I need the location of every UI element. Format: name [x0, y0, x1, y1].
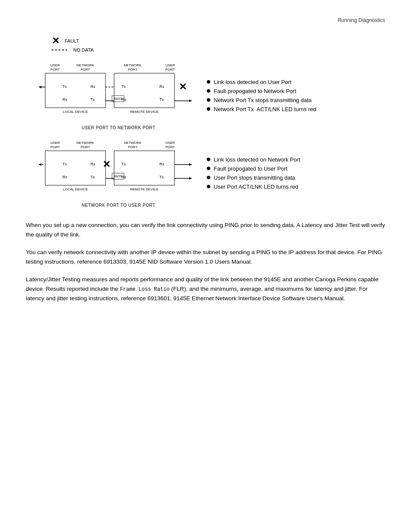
svg-text:REMOTE DEVICE: REMOTE DEVICE: [130, 187, 159, 191]
header-title: Running Diagnostics: [338, 17, 385, 23]
svg-text:Tx: Tx: [159, 97, 164, 102]
svg-text:Tx: Tx: [90, 97, 95, 102]
bullet-item: Fault propogated to User Port: [207, 165, 300, 172]
bullet-item: Link loss detected on Network Port: [207, 156, 300, 163]
svg-text:✕: ✕: [179, 81, 187, 92]
svg-text:Rx: Rx: [121, 97, 126, 102]
svg-text:Tx: Tx: [62, 162, 67, 166]
svg-text:USER: USER: [50, 141, 60, 145]
bullet-item: Network Port Tx stops transmitting data: [207, 97, 316, 103]
bullet-dot: [207, 107, 210, 111]
bullet-dot: [207, 98, 210, 102]
diagram2-section: USER PORT NETWORK PORT NETWORK PORT USER…: [26, 139, 385, 208]
svg-text:RMTF: RMTF: [114, 175, 122, 178]
svg-text:Tx: Tx: [121, 162, 126, 166]
svg-text:Tx: Tx: [121, 84, 126, 89]
bullet-dot: [207, 176, 210, 179]
svg-text:PORT: PORT: [165, 68, 175, 72]
diagram1-caption: USER PORT TO NETWORK PORT: [39, 125, 198, 130]
bullet-dot: [207, 89, 210, 93]
svg-text:Rx: Rx: [159, 84, 164, 89]
diagram1-wrapper: USER PORT NETWORK PORT NETWORK PORT USER…: [39, 61, 198, 130]
svg-rect-9: [114, 73, 174, 108]
svg-text:USER: USER: [50, 63, 60, 67]
svg-text:NETWORK: NETWORK: [124, 141, 142, 145]
svg-marker-21: [39, 86, 41, 88]
diagram1-bullets: Link loss detected on User Port Fault pr…: [207, 79, 316, 112]
bullet-dot: [207, 80, 210, 84]
svg-text:✕: ✕: [103, 159, 110, 170]
svg-text:PORT: PORT: [128, 145, 137, 149]
text-sections: When you set up a new connection, you ca…: [26, 221, 385, 303]
bullet-text: User Port ACT/LNK LED turns red: [214, 184, 299, 190]
legend-nodata: NO DATA: [52, 47, 385, 53]
svg-text:Rx: Rx: [62, 175, 67, 179]
bullet-item: Fault propogated to Network Port: [207, 88, 316, 94]
fault-icon: ✕: [52, 36, 59, 46]
diagram2-caption: NETWORK PORT TO USER PORT: [39, 203, 198, 208]
diagram2-wrapper: USER PORT NETWORK PORT NETWORK PORT USER…: [39, 139, 198, 208]
svg-text:PORT: PORT: [50, 68, 60, 72]
page-title: Running Diagnostics: [26, 17, 385, 23]
svg-marker-50: [39, 163, 41, 166]
svg-text:Tx: Tx: [62, 84, 67, 89]
nodata-label: NO DATA: [73, 47, 93, 53]
latency-detail-paragraph: Latency/Jitter Testing measures and repo…: [26, 275, 385, 303]
svg-text:RMTF: RMTF: [114, 97, 122, 100]
bullet-item: User Port stops transmitting data: [207, 174, 300, 181]
svg-marker-24: [189, 100, 192, 102]
bullet-text: Network Port Tx stops transmitting data: [214, 97, 311, 103]
svg-text:Rx: Rx: [159, 162, 164, 166]
fault-label: FAULT: [65, 38, 79, 44]
bullet-text: Fault propogated to User Port: [214, 165, 287, 172]
bullet-text: Link loss detected on User Port: [214, 79, 292, 85]
svg-text:USER: USER: [165, 141, 175, 145]
svg-text:PORT: PORT: [50, 145, 60, 149]
ping-detail-paragraph: You can verify network connectivity with…: [26, 248, 385, 266]
svg-text:PORT: PORT: [165, 145, 175, 149]
bullet-item: User Port ACT/LNK LED turns red: [207, 184, 300, 190]
frame-loss-code: Frame Loss Ratio: [120, 286, 169, 292]
bullet-text: User Port stops transmitting data: [214, 174, 295, 181]
svg-text:Tx: Tx: [159, 175, 164, 179]
svg-text:Rx: Rx: [62, 97, 67, 102]
svg-text:PORT: PORT: [81, 68, 90, 72]
svg-text:PORT: PORT: [128, 68, 137, 72]
svg-text:Rx: Rx: [90, 162, 95, 166]
diagram2-bullets: Link loss detected on Network Port Fault…: [207, 156, 300, 190]
svg-text:NETWORK: NETWORK: [124, 63, 142, 67]
bullet-dot: [207, 158, 210, 161]
bullet-item: Link loss detected on User Port: [207, 79, 316, 85]
bullet-text: Fault propogated to Network Port: [214, 88, 296, 94]
diagram1-svg: USER PORT NETWORK PORT NETWORK PORT USER…: [39, 61, 198, 124]
svg-text:Rx: Rx: [90, 84, 95, 89]
svg-rect-8: [45, 73, 106, 108]
svg-text:Rx: Rx: [121, 175, 126, 179]
svg-rect-37: [45, 151, 106, 185]
legend-fault: ✕ FAULT: [52, 36, 385, 46]
diagram1-section: USER PORT NETWORK PORT NETWORK PORT USER…: [26, 61, 385, 130]
diagram2-svg: USER PORT NETWORK PORT NETWORK PORT USER…: [39, 139, 198, 201]
svg-text:PORT: PORT: [81, 145, 90, 149]
dashed-line-icon: [52, 50, 69, 50]
svg-text:Tx: Tx: [90, 175, 95, 179]
ping-intro-paragraph: When you set up a new connection, you ca…: [26, 221, 385, 239]
svg-text:REMOTE DEVICE: REMOTE DEVICE: [130, 110, 159, 114]
page: Running Diagnostics ✕ FAULT NO DATA USER…: [0, 0, 411, 329]
svg-text:NETWORK: NETWORK: [77, 63, 95, 67]
svg-text:LOCAL DEVICE: LOCAL DEVICE: [63, 187, 88, 191]
bullet-dot: [207, 167, 210, 170]
svg-text:LOCAL DEVICE: LOCAL DEVICE: [63, 110, 88, 114]
svg-marker-56: [189, 177, 192, 180]
bullet-text: Network Port Tx ACT/LNK LED turns red: [214, 106, 316, 112]
bullet-item: Network Port Tx ACT/LNK LED turns red: [207, 106, 316, 112]
bullet-dot: [207, 185, 210, 188]
svg-marker-53: [189, 163, 192, 166]
svg-text:NETWORK: NETWORK: [77, 141, 95, 145]
svg-text:USER: USER: [165, 63, 175, 67]
bullet-text: Link loss detected on Network Port: [214, 156, 300, 163]
legend: ✕ FAULT NO DATA: [52, 36, 385, 53]
svg-rect-38: [114, 151, 174, 185]
